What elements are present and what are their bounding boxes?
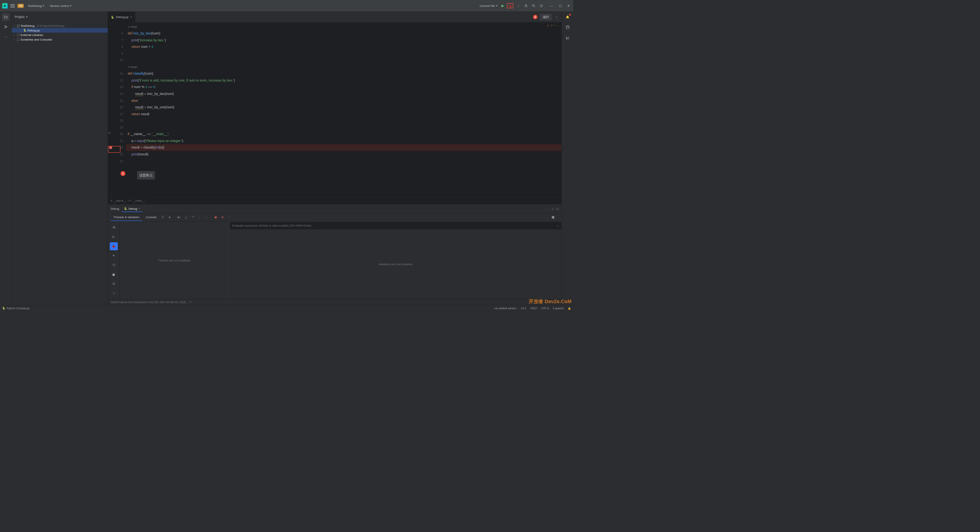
structure-tool-icon[interactable] [2, 23, 10, 31]
python-file-icon: 🐍 [2, 307, 5, 310]
project-tool-icon[interactable] [2, 13, 10, 21]
tree-path: D:\Project\TestDebug [37, 24, 64, 28]
annotation-badge-2: 2 [533, 15, 537, 19]
account-icon[interactable] [524, 3, 529, 8]
run-gutter-icon[interactable]: ▷ [108, 131, 113, 138]
close-hint-icon[interactable]: × [189, 300, 191, 304]
more-tools-icon[interactable]: ⋯ [2, 33, 10, 41]
vcs-selector[interactable]: Version control [48, 3, 73, 8]
history-dropdown-icon[interactable]: ⌄ [556, 224, 559, 227]
rerun-icon[interactable]: ↻ [160, 214, 166, 220]
chevron-down-icon[interactable] [26, 16, 28, 18]
svg-point-7 [566, 26, 569, 27]
tree-root[interactable]: ⌄ ▢ TestDebug D:\Project\TestDebug [11, 23, 108, 28]
editor-area: 🐍 Debug.py × 2 运行 ⋮ ⚠ 2 ^ ⌄ ▷ [108, 11, 562, 305]
step-into-icon[interactable]: ↓ [196, 214, 202, 220]
status-line-sep[interactable]: CRLF [530, 307, 537, 310]
minimize-icon[interactable]: — [549, 3, 554, 8]
debug-session-tab[interactable]: 🐍 Debug × [122, 206, 142, 212]
step-out-icon[interactable]: ↑ [203, 214, 209, 220]
status-server[interactable]: <no default server> [494, 307, 517, 310]
status-console-label[interactable]: Python Console.py [7, 307, 29, 310]
svg-point-3 [541, 5, 542, 7]
debug-title: Debug [111, 207, 119, 211]
more-debug-icon[interactable]: ⋮ [226, 214, 232, 220]
svg-point-0 [525, 4, 527, 6]
left-tool-bar: ⋯ [0, 11, 11, 305]
chevron-down-icon [42, 5, 44, 7]
vars-empty-label: Variables are not available [379, 263, 413, 266]
hint-bar: Switch frames from anywhere in the IDE w… [108, 299, 562, 305]
status-position[interactable]: 22:1 [521, 307, 526, 310]
pause-icon[interactable]: || [183, 214, 189, 220]
expand-icon[interactable]: › [13, 33, 16, 37]
tree-scratches[interactable]: › ⬚ Scratches and Consoles [11, 38, 108, 42]
breadcrumb[interactable]: if __name__ == '__main__' [108, 197, 562, 204]
hamburger-menu-icon[interactable] [10, 4, 15, 7]
close-icon[interactable]: × [139, 207, 140, 210]
minimize-panel-icon[interactable]: — [556, 207, 559, 211]
close-tab-icon[interactable]: × [130, 15, 132, 19]
status-indent[interactable]: 4 spaces [553, 307, 564, 310]
tree-label: TestDebug [21, 24, 34, 28]
run-icon[interactable]: ▷ [109, 233, 118, 241]
project-selector[interactable]: TestDebug [26, 3, 46, 8]
more-actions-icon[interactable]: ⋮ [516, 3, 521, 8]
expand-icon[interactable]: ⌄ [13, 24, 16, 28]
run-tooltip: 运行 [540, 13, 552, 20]
step-over-icon[interactable]: ↷ [190, 214, 196, 220]
problems-icon[interactable]: ⊙ [109, 280, 118, 288]
debug-tab-label: Debug [129, 207, 137, 210]
code-content[interactable]: 1 usage def incr_by_two(num): print('Inc… [126, 22, 562, 197]
services-icon[interactable]: ⬡ [109, 261, 118, 269]
line-gutter: 678910 1112131415161718192021222324 [113, 22, 126, 197]
debug-active-icon[interactable]: 🐞 [109, 242, 118, 250]
library-icon: ⬚ [17, 33, 20, 37]
threads-variables-tab[interactable]: Threads & Variables [111, 214, 142, 221]
editor-body[interactable]: ⚠ 2 ^ ⌄ ▷ 678910 11121314151617181920212… [108, 22, 562, 197]
tab-filename: Debug.py [116, 15, 129, 19]
maximize-icon[interactable]: ▢ [558, 3, 563, 8]
database-icon[interactable] [564, 23, 572, 31]
resume-icon[interactable]: ▶| [176, 214, 182, 220]
evaluate-input[interactable]: Evaluate expression (Enter) or add a wat… [229, 222, 562, 230]
restart-icon[interactable]: ⟲ [109, 224, 118, 232]
debug-panel: Debug 🐍 Debug × ⋮ — Threads & Variables … [108, 204, 562, 305]
scratches-icon: ⬚ [17, 38, 20, 41]
close-icon[interactable]: ✕ [566, 3, 571, 8]
tree-external-libs[interactable]: › ⬚ External Libraries [11, 33, 108, 37]
console-tab[interactable]: Console [143, 214, 159, 221]
settings-icon[interactable] [539, 3, 544, 8]
folder-icon: ▢ [17, 24, 20, 28]
search-icon[interactable] [531, 3, 536, 8]
layout-settings-icon[interactable]: ▦ [549, 213, 557, 221]
layers-icon[interactable]: ≡ [109, 251, 118, 259]
status-lock-icon[interactable]: 🔒 [568, 307, 571, 310]
mute-breakpoints-icon[interactable]: ⊘ [220, 214, 225, 220]
breakpoint-gutter[interactable]: ▷ [108, 22, 113, 197]
project-panel: Project ⌄ ▢ TestDebug D:\Project\TestDeb… [11, 11, 108, 305]
watermark: 开发者 DevZe.CoM [529, 298, 572, 305]
statusbar: 🐍 Python Console.py <no default server> … [0, 305, 573, 311]
chevron-down-icon [496, 5, 498, 7]
frames-empty-label: Frames are not available [158, 259, 191, 262]
editor-tabs: 🐍 Debug.py × 2 运行 ⋮ [108, 11, 562, 22]
debug-button[interactable]: 🐞 [507, 3, 513, 8]
status-encoding[interactable]: UTF-8 [541, 307, 549, 310]
annotation-badge-1: 1 [121, 171, 126, 176]
git-icon[interactable]: ⑂ [109, 289, 118, 297]
run-button[interactable]: ▶ [501, 3, 504, 8]
stop-icon[interactable]: ■ [167, 214, 173, 220]
tree-file-selected[interactable]: 🐍 Debug.py [11, 28, 108, 33]
expand-icon[interactable]: › [13, 38, 16, 41]
terminal-icon[interactable]: ▣ [109, 270, 118, 278]
more-icon[interactable]: ⋮ [551, 207, 554, 211]
svg-point-5 [4, 28, 5, 28]
notifications-icon[interactable]: 🔔 [564, 13, 572, 21]
right-tool-bar: 🔔 [562, 11, 573, 305]
sciview-icon[interactable] [564, 34, 572, 42]
file-tab[interactable]: 🐍 Debug.py × [108, 11, 135, 22]
run-config-selector[interactable]: Current File [479, 3, 499, 8]
view-breakpoints-icon[interactable]: ◉ [213, 214, 219, 220]
tab-more-icon[interactable]: ⋮ [554, 15, 559, 20]
